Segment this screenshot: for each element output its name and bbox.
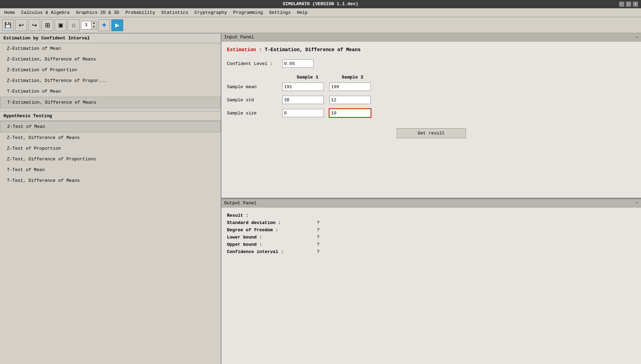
menu-settings[interactable]: Settings	[266, 9, 293, 16]
window-button[interactable]: ▣	[55, 19, 66, 31]
estimation-title-row: Estimation : T-Estimation, Difference of…	[227, 47, 635, 53]
input-panel: Estimation : T-Estimation, Difference of…	[221, 41, 641, 198]
window-icon: ▣	[58, 22, 63, 28]
lower-bound-row: Lower bound : ?	[227, 235, 635, 240]
save-button[interactable]: 💾	[2, 19, 14, 31]
confidence-interval-row: Confidence interval : ?	[227, 249, 635, 254]
confident-level-label: Confident Level :	[227, 61, 282, 66]
right-panel: Input Panel — Estimation : T-Estimation,…	[221, 33, 641, 364]
list-item-t-test-mean[interactable]: T-Test of Mean	[0, 165, 221, 175]
get-result-container: Get result	[227, 123, 635, 144]
menu-home[interactable]: Home	[1, 9, 18, 16]
menu-statistics[interactable]: Statistics	[158, 9, 191, 16]
redo-icon: ↪	[32, 21, 37, 29]
menu-cryptography[interactable]: Cryptography	[192, 9, 230, 16]
std-dev-label: Standard deviation :	[227, 220, 317, 225]
minimize-button[interactable]: ─	[619, 1, 624, 7]
sample-std-label: Sample std	[227, 97, 282, 103]
get-result-button[interactable]: Get result	[397, 128, 466, 138]
input-panel-title: Input Panel	[224, 35, 254, 40]
redo-button[interactable]: ↪	[28, 19, 40, 31]
std-dev-row: Standard deviation : ?	[227, 220, 635, 225]
home-button[interactable]: ⌂	[68, 19, 80, 31]
menu-help[interactable]: Help	[294, 9, 310, 16]
sample1-size-input[interactable]	[282, 109, 324, 117]
upper-bound-label: Upper bound :	[227, 242, 317, 247]
result-label: Result :	[227, 213, 248, 218]
hypothesis-section: Hypothesis Testing Z-Test of Mean Z-Test…	[0, 111, 221, 186]
list-item-z-test-diff-proportions[interactable]: Z-Test, Difference of Proportions	[0, 154, 221, 165]
sample1-header: Sample 1	[285, 75, 330, 80]
sample-size-label: Sample size	[227, 111, 282, 116]
app-title: SIMULAMATH (VERSION 1.1.dev)	[283, 1, 358, 7]
output-panel: Result : Standard deviation : ? Degree o…	[221, 207, 641, 364]
sample-size-row: Sample size	[227, 109, 635, 117]
lower-bound-value: ?	[317, 235, 320, 240]
sample-headers: Sample 1 Sample 2	[285, 75, 635, 80]
output-panel-minimize[interactable]: —	[636, 200, 638, 205]
list-item-t-mean[interactable]: T-Estimation of Mean	[0, 86, 221, 97]
lower-bound-label: Lower bound :	[227, 235, 317, 240]
estimation-colon: :	[259, 47, 265, 53]
list-item-z-test-mean[interactable]: Z-Test of Mean	[0, 121, 221, 132]
layout-icon: ⊞	[45, 21, 50, 29]
sample2-std-input[interactable]	[329, 96, 371, 104]
spinner-up[interactable]: ▲	[91, 21, 97, 25]
sample1-std-input[interactable]	[282, 96, 324, 104]
list-item-t-diff-means[interactable]: T-Estimation, Difference of Means	[0, 97, 221, 108]
hypothesis-header: Hypothesis Testing	[0, 111, 221, 121]
home-icon: ⌂	[72, 21, 76, 29]
menu-programming[interactable]: Programming	[230, 9, 266, 16]
confidence-interval-label: Confidence interval :	[227, 249, 317, 254]
undo-icon: ↩	[19, 21, 24, 29]
run-button[interactable]: ▶	[111, 19, 123, 31]
sample2-size-input[interactable]	[329, 109, 371, 117]
undo-button[interactable]: ↩	[15, 19, 27, 31]
menu-calculus[interactable]: Calculus & Algebra	[18, 9, 72, 16]
zoom-spinner[interactable]: 3 ▲ ▼	[81, 21, 97, 29]
list-item-z-test-diff-means[interactable]: Z-Test, Difference of Means	[0, 132, 221, 143]
output-panel-title: Output Panel	[224, 200, 257, 206]
titlebar-controls: ─ □ ✕	[619, 1, 638, 7]
zoom-input[interactable]: 3	[81, 21, 91, 29]
left-panel: Estimation by Confident Interval Z-Estim…	[0, 33, 221, 364]
toolbar: 💾 ↩ ↪ ⊞ ▣ ⌂ 3 ▲ ▼ + ▶	[0, 17, 641, 33]
sample2-mean-input[interactable]	[329, 83, 371, 91]
run-icon: ▶	[115, 21, 119, 29]
dof-value: ?	[317, 227, 320, 233]
sample-mean-row: Sample mean	[227, 83, 635, 91]
upper-bound-row: Upper bound : ?	[227, 242, 635, 247]
std-dev-value: ?	[317, 220, 320, 225]
estimation-method-title: T-Estimation, Difference of Means	[265, 47, 360, 53]
list-item-z-proportion[interactable]: Z-Estimation of Proportion	[0, 65, 221, 75]
sample-std-row: Sample std	[227, 96, 635, 104]
upper-bound-value: ?	[317, 242, 320, 247]
estimation-section: Estimation by Confident Interval Z-Estim…	[0, 33, 221, 108]
result-label-row: Result :	[227, 213, 635, 218]
list-item-t-test-diff-means[interactable]: T-Test, Difference of Means	[0, 175, 221, 186]
list-item-z-test-proportion[interactable]: Z-Test of Proportion	[0, 143, 221, 154]
menu-probability[interactable]: Probability	[122, 9, 158, 16]
confident-level-row: Confident Level :	[227, 59, 635, 68]
main-area: Estimation by Confident Interval Z-Estim…	[0, 33, 641, 364]
estimation-header: Estimation by Confident Interval	[0, 33, 221, 43]
list-item-z-diff-propor[interactable]: Z-Estimation, Difference of Propor...	[0, 75, 221, 86]
save-icon: 💾	[4, 22, 11, 28]
list-item-z-mean[interactable]: Z-Estimation of Mean	[0, 43, 221, 54]
menubar: Home Calculus & Algebra Graphics 2D & 3D…	[0, 8, 641, 17]
layout-button[interactable]: ⊞	[42, 19, 53, 31]
dof-label: Degree of freedom :	[227, 227, 317, 233]
sample2-header: Sample 2	[330, 75, 375, 80]
estimation-keyword: Estimation	[227, 47, 256, 53]
add-button[interactable]: +	[98, 19, 110, 31]
menu-graphics[interactable]: Graphics 2D & 3D	[73, 9, 122, 16]
confident-level-input[interactable]	[282, 59, 313, 68]
spinner-down[interactable]: ▼	[91, 25, 97, 29]
close-button[interactable]: ✕	[633, 1, 638, 7]
sample1-mean-input[interactable]	[282, 83, 324, 91]
maximize-button[interactable]: □	[626, 1, 631, 7]
sample-mean-label: Sample mean	[227, 84, 282, 90]
input-panel-minimize[interactable]: —	[636, 35, 638, 40]
input-panel-header: Input Panel —	[221, 33, 641, 41]
list-item-z-diff-means[interactable]: Z-Estimation, Difference of Means	[0, 54, 221, 65]
